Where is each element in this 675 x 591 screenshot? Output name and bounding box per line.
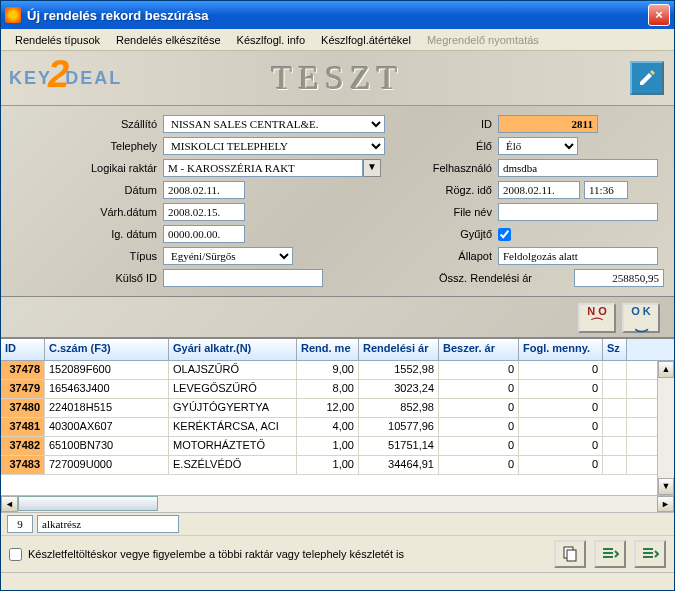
- no-button[interactable]: N O⌒: [578, 303, 616, 333]
- menu-rendelestipusok[interactable]: Rendelés típusok: [7, 31, 108, 49]
- list-button-2[interactable]: [634, 540, 666, 568]
- lograktar-input[interactable]: [163, 159, 363, 177]
- label-varhdatum: Várh.dátum: [11, 206, 163, 218]
- cell-foglmenny: 0: [519, 437, 603, 455]
- cell-id: 37481: [1, 418, 45, 436]
- data-grid: ID C.szám (F3) Gyári alkatr.(N) Rend. me…: [1, 338, 674, 512]
- col-beszar[interactable]: Beszer. ár: [439, 339, 519, 360]
- col-foglmenny[interactable]: Fogl. menny.: [519, 339, 603, 360]
- close-button[interactable]: ×: [648, 4, 670, 26]
- hscroll-track[interactable]: [18, 496, 657, 512]
- cell-sz: [603, 361, 627, 379]
- telephely-select[interactable]: MISKOLCI TELEPHELY: [163, 137, 385, 155]
- cell-gyari: OLAJSZŰRŐ: [169, 361, 297, 379]
- titlebar[interactable]: Új rendelés rekord beszúrása ×: [1, 1, 674, 29]
- datum-input[interactable]: [163, 181, 245, 199]
- cell-gyari: E.SZÉLVÉDŐ: [169, 456, 297, 474]
- szallito-select[interactable]: NISSAN SALES CENTRAL&E.: [163, 115, 385, 133]
- menu-keszlfoglatertekel[interactable]: Készlfogl.átértékel: [313, 31, 419, 49]
- col-cszam[interactable]: C.szám (F3): [45, 339, 169, 360]
- id-field[interactable]: [498, 115, 598, 133]
- header-banner: KEY 2 DEAL TESZT: [1, 51, 674, 106]
- table-row[interactable]: 37480224018H515GYÚJTÓGYERTYA12,00852,980…: [1, 399, 674, 418]
- ok-button[interactable]: O K‿: [622, 303, 660, 333]
- rogzido-date[interactable]: [498, 181, 580, 199]
- cell-cszam: 165463J400: [45, 380, 169, 398]
- lograktar-dropdown-button[interactable]: ▼: [363, 159, 381, 177]
- edit-button[interactable]: [630, 61, 664, 95]
- record-count[interactable]: [7, 515, 33, 533]
- statusbar: [1, 572, 674, 590]
- scroll-track[interactable]: [658, 378, 674, 478]
- label-elo: Élő: [388, 140, 498, 152]
- copy-icon: [561, 545, 579, 563]
- cell-id: 37482: [1, 437, 45, 455]
- label-rogzido: Rögz. idő: [388, 184, 498, 196]
- cell-sz: [603, 380, 627, 398]
- label-osszar: Össz. Rendelési ár: [388, 272, 538, 284]
- cell-foglmenny: 0: [519, 399, 603, 417]
- elo-select[interactable]: Élő: [498, 137, 578, 155]
- cell-cszam: 152089F600: [45, 361, 169, 379]
- cell-beszar: 0: [439, 418, 519, 436]
- table-row[interactable]: 37483727009U000E.SZÉLVÉDŐ1,0034464,9100: [1, 456, 674, 475]
- igdatum-input[interactable]: [163, 225, 245, 243]
- scroll-down-icon[interactable]: ▼: [658, 478, 674, 495]
- col-gyari[interactable]: Gyári alkatr.(N): [169, 339, 297, 360]
- label-kulsoid: Külső ID: [11, 272, 163, 284]
- kulsoid-input[interactable]: [163, 269, 323, 287]
- cell-beszar: 0: [439, 456, 519, 474]
- col-rendar[interactable]: Rendelési ár: [359, 339, 439, 360]
- stock-checkbox[interactable]: [9, 548, 22, 561]
- menu-rendeleselkeszitese[interactable]: Rendelés elkészítése: [108, 31, 229, 49]
- menu-megrendelonyomtatas: Megrendelő nyomtatás: [419, 31, 547, 49]
- col-id[interactable]: ID: [1, 339, 45, 360]
- cell-foglmenny: 0: [519, 418, 603, 436]
- table-row[interactable]: 3748140300AX607KERÉKTÁRCSA, ACI4,0010577…: [1, 418, 674, 437]
- scroll-up-icon[interactable]: ▲: [658, 361, 674, 378]
- col-sz[interactable]: Sz: [603, 339, 627, 360]
- cell-beszar: 0: [439, 361, 519, 379]
- label-telephely: Telephely: [11, 140, 163, 152]
- cell-rendme: 8,00: [297, 380, 359, 398]
- app-window: Új rendelés rekord beszúrása × Rendelés …: [0, 0, 675, 591]
- copy-button[interactable]: [554, 540, 586, 568]
- col-rendme[interactable]: Rend. me: [297, 339, 359, 360]
- grid-header: ID C.szám (F3) Gyári alkatr.(N) Rend. me…: [1, 339, 674, 361]
- scroll-right-icon[interactable]: ►: [657, 496, 674, 512]
- menubar: Rendelés típusok Rendelés elkészítése Ké…: [1, 29, 674, 51]
- osszar-input[interactable]: [574, 269, 664, 287]
- filenev-input[interactable]: [498, 203, 658, 221]
- varhdatum-input[interactable]: [163, 203, 245, 221]
- table-row[interactable]: 37479165463J400LEVEGŐSZŰRŐ8,003023,2400: [1, 380, 674, 399]
- table-row[interactable]: 3748265100BN730MOTORHÁZTETŐ1,0051751,140…: [1, 437, 674, 456]
- scroll-left-icon[interactable]: ◄: [1, 496, 18, 512]
- horizontal-scrollbar[interactable]: ◄ ►: [1, 495, 674, 512]
- cell-rendar: 10577,96: [359, 418, 439, 436]
- pencil-icon: [637, 68, 657, 88]
- vertical-scrollbar[interactable]: ▲ ▼: [657, 361, 674, 495]
- rogzido-time[interactable]: [584, 181, 628, 199]
- form-area: Szállító NISSAN SALES CENTRAL&E. ID Tele…: [1, 106, 674, 297]
- cell-sz: [603, 399, 627, 417]
- cell-foglmenny: 0: [519, 361, 603, 379]
- felhasznalo-input[interactable]: [498, 159, 658, 177]
- grid-body: 37478152089F600OLAJSZŰRŐ9,001552,9800374…: [1, 361, 674, 495]
- cell-gyari: LEVEGŐSZŰRŐ: [169, 380, 297, 398]
- label-id: ID: [388, 118, 498, 130]
- part-filter[interactable]: [37, 515, 179, 533]
- logo-deal: DEAL: [65, 68, 122, 89]
- gyujto-checkbox[interactable]: [498, 228, 511, 241]
- hscroll-thumb[interactable]: [18, 496, 158, 511]
- label-felhasznalo: Felhasználó: [388, 162, 498, 174]
- cell-beszar: 0: [439, 380, 519, 398]
- list-button-1[interactable]: [594, 540, 626, 568]
- cell-rendar: 34464,91: [359, 456, 439, 474]
- tipus-select[interactable]: Egyéni/Sürgős: [163, 247, 293, 265]
- menu-keszlfoglinfo[interactable]: Készlfogl. info: [229, 31, 313, 49]
- label-tipus: Típus: [11, 250, 163, 262]
- cell-rendme: 12,00: [297, 399, 359, 417]
- allapot-input[interactable]: [498, 247, 658, 265]
- stock-checkbox-label[interactable]: Készletfeltöltéskor vegye figyelembe a t…: [9, 548, 404, 561]
- table-row[interactable]: 37478152089F600OLAJSZŰRŐ9,001552,9800: [1, 361, 674, 380]
